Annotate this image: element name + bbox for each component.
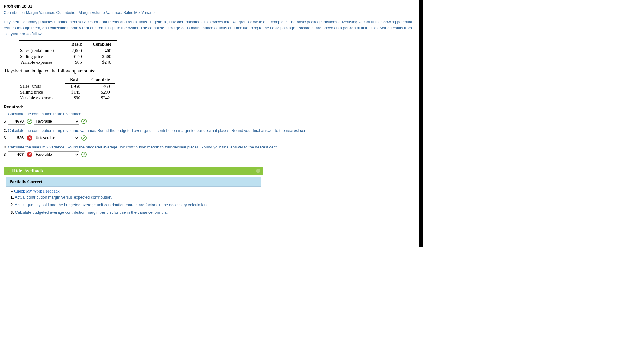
question-2: 2. Calculate the contribution margin vol… (4, 128, 415, 133)
q3-variance-select[interactable]: Favorable (34, 151, 79, 158)
feedback-panel: ▼ Hide Feedback Partially Correct ▼Check… (4, 167, 263, 225)
q1-number: 1. (4, 112, 7, 116)
feedback-status: Partially Correct (6, 177, 261, 187)
answer-row-1: $ Favorable (4, 118, 415, 125)
cell: 1,950 (65, 83, 86, 89)
feedback-content: ▼Check My Work Feedback 1. Actual contri… (6, 187, 261, 222)
answer-row-2: $ Unfavorable (4, 135, 415, 141)
check-my-work-link[interactable]: ▼Check My Work Feedback (11, 189, 60, 193)
cell: $90 (65, 95, 86, 101)
check-icon (81, 135, 87, 141)
col-complete: Complete (87, 40, 117, 48)
triangle-down-icon: ▼ (11, 190, 14, 193)
cross-icon (27, 135, 32, 141)
feedback-item: 1. Actual contribution margin versus exp… (11, 195, 256, 200)
cross-icon (27, 152, 32, 157)
feedback-header-label: Hide Feedback (12, 168, 43, 173)
cell: 460 (86, 83, 115, 89)
actual-results-table: Basic Complete Sales (rental units) 2,00… (19, 40, 117, 65)
cell: $240 (87, 59, 117, 65)
cell: $85 (66, 59, 87, 65)
cell: $242 (86, 95, 115, 101)
cell: $300 (87, 54, 117, 59)
check-icon (81, 119, 87, 124)
feedback-item: 3. Calculate budgeted average contributi… (11, 210, 256, 215)
q1-answer-input[interactable] (8, 118, 25, 125)
feedback-item: 2. Actual quantity sold and the budgeted… (11, 203, 256, 207)
required-label: Required: (4, 104, 415, 109)
row-label: Variable expenses (19, 59, 66, 65)
triangle-down-icon: ▼ (7, 170, 10, 173)
row-label: Selling price (19, 54, 66, 59)
problem-intro: Haysbert Company provides management ser… (4, 19, 415, 37)
budget-table: Basic Complete Sales (units) 1,950 460 S… (19, 76, 115, 101)
cell: $290 (86, 89, 115, 95)
q3-answer-input[interactable] (8, 151, 25, 158)
col-basic: Basic (66, 40, 87, 48)
dollar-sign: $ (4, 152, 6, 157)
col-complete: Complete (86, 76, 115, 83)
check-icon (81, 152, 87, 157)
q1-text: Calculate the contribution margin varian… (7, 112, 82, 116)
problem-subtitle: Contribution Margin Variance, Contributi… (4, 10, 415, 15)
cell: $140 (66, 54, 87, 59)
cell: 400 (87, 48, 117, 54)
page: Problem 18.31 Contribution Margin Varian… (0, 0, 423, 247)
pencil-icon[interactable] (256, 169, 260, 173)
row-label: Sales (rental units) (19, 48, 66, 54)
col-basic: Basic (65, 76, 86, 83)
question-3: 3. Calculate the sales mix variance. Rou… (4, 145, 415, 149)
q3-text: Calculate the sales mix variance. Round … (7, 145, 278, 149)
cell: $145 (65, 89, 86, 95)
q2-text: Calculate the contribution margin volume… (7, 128, 309, 133)
q3-number: 3. (4, 145, 7, 149)
question-1: 1. Calculate the contribution margin var… (4, 112, 415, 116)
q2-variance-select[interactable]: Unfavorable (34, 135, 79, 141)
answer-row-3: $ Favorable (4, 151, 415, 158)
q1-variance-select[interactable]: Favorable (34, 118, 79, 125)
feedback-header[interactable]: ▼ Hide Feedback (4, 167, 263, 175)
feedback-body: Partially Correct ▼Check My Work Feedbac… (6, 177, 261, 222)
check-icon (27, 119, 32, 124)
dollar-sign: $ (4, 119, 6, 123)
q2-answer-input[interactable] (8, 135, 25, 141)
row-label: Sales (units) (19, 83, 65, 89)
q2-number: 2. (4, 128, 7, 133)
cell: 2,000 (66, 48, 87, 54)
budget-intro: Haysbert had budgeted the following amou… (5, 68, 415, 74)
row-label: Variable expenses (19, 95, 65, 101)
problem-title: Problem 18.31 (4, 4, 415, 8)
dollar-sign: $ (4, 136, 6, 140)
row-label: Selling price (19, 89, 65, 95)
